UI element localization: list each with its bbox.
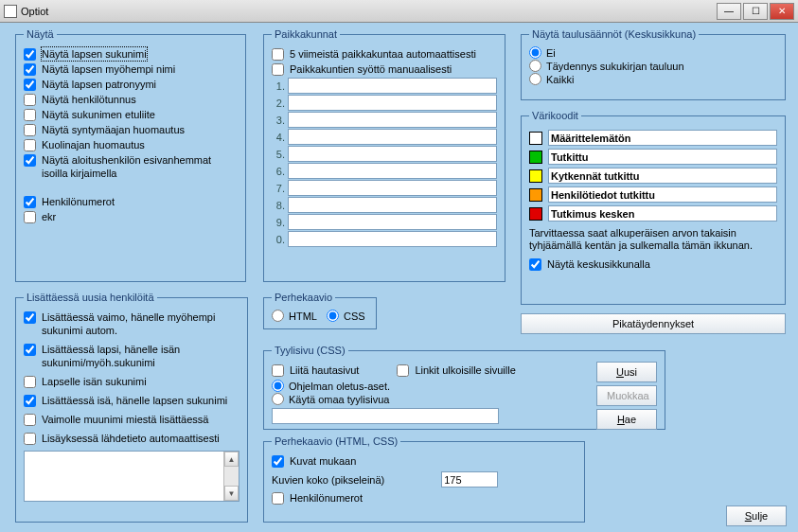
linkit-checkbox[interactable] [397,364,409,377]
varikoodi-group: Värikoodit Tarvittaessa saat alkuperäise… [521,110,786,305]
paik-num-0: 1. [272,80,285,92]
lisat-label-2: Lapselle isän sukunimi [42,375,147,388]
paik-num-2: 3. [272,115,285,126]
nayta-checkbox-5[interactable] [24,124,36,136]
minimize-button[interactable]: — [717,3,741,20]
paik-input-7[interactable] [288,197,497,213]
perhe-legend: Perhekaavio [272,292,335,303]
lisat-checkbox-1[interactable] [24,344,36,356]
paik-input-2[interactable] [288,112,497,128]
nayta-extra-label-0: Henkilönumerot [42,195,115,208]
nayta-checkbox-6[interactable] [24,139,36,151]
color-swatch-2[interactable] [529,169,542,183]
paik-input-5[interactable] [288,163,497,179]
taulu-radio-2[interactable] [529,73,541,85]
scrollbar[interactable]: ▲ ▼ [223,452,239,501]
nayta-group: Näytä Näytä lapsen sukunimiNäytä lapsen … [15,28,246,282]
color-label-input-0[interactable] [548,130,777,146]
nayta-checkbox-3[interactable] [24,94,36,106]
color-swatch-4[interactable] [529,207,542,221]
lisat-checkbox-3[interactable] [24,395,36,407]
perhe-radio-1[interactable] [327,310,339,322]
koko-label: Kuvien koko (pikseleinä) [272,474,384,486]
paik-input-9[interactable] [288,231,497,247]
lisat-listbox[interactable]: ▲ ▼ [24,451,239,502]
lisat-label-1: Lisättäessä lapsi, hänelle isän sukunimi… [42,343,239,369]
liita-checkbox[interactable] [272,364,284,377]
perhe-radio-0[interactable] [272,310,284,322]
taulu-legend: Näytä taulusäännöt (Keskusikkuna) [529,28,699,40]
paik-top-checkbox-0[interactable] [272,48,284,61]
nayta-checkbox-1[interactable] [24,63,36,76]
paik-num-6: 7. [272,183,285,194]
henk-checkbox[interactable] [272,492,284,505]
taulu-group: Näytä taulusäännöt (Keskusikkuna) EiTäyd… [521,28,786,100]
kuvat-label: Kuvat mukaan [290,454,356,468]
color-label-input-2[interactable] [548,168,777,184]
scroll-down-icon[interactable]: ▼ [224,486,239,501]
titlebar: Optiot — ☐ ✕ [0,0,798,23]
taulu-opt-label-2: Kaikki [546,74,574,85]
sulje-button[interactable]: Sulje [726,505,787,526]
nayta-label-6: Kuolinajan huomautus [42,138,145,151]
paik-input-1[interactable] [288,95,497,111]
color-swatch-1[interactable] [529,151,542,164]
taulu-radio-1[interactable] [529,60,541,72]
color-label-input-1[interactable] [548,149,777,165]
paik-input-4[interactable] [288,146,497,162]
tyyli-legend: Tyylisivu (CSS) [272,345,348,356]
pika-button[interactable]: Pikatäydennykset [521,313,786,334]
perhe-opt-label-1: CSS [344,310,365,322]
tyyli-radio-1[interactable] [272,393,284,405]
nayta-checkbox-7[interactable] [24,154,36,167]
lisat-checkbox-0[interactable] [24,311,36,324]
tyyli-radio-0[interactable] [272,380,284,392]
close-button[interactable]: ✕ [770,3,794,20]
color-swatch-3[interactable] [529,188,542,202]
nayta-extra-checkbox-0[interactable] [24,196,36,208]
taulu-radio-0[interactable] [529,46,541,59]
window-icon [4,5,17,18]
lisat-checkbox-4[interactable] [24,414,36,426]
paik-input-3[interactable] [288,129,497,145]
nayta-label-2: Näytä lapsen patronyymi [42,78,156,91]
paik-num-8: 9. [272,217,285,228]
paik-top-checkbox-1[interactable] [272,63,284,76]
tyyli-path-input[interactable] [272,408,499,424]
maximize-button[interactable]: ☐ [743,3,768,20]
lisat-group: Lisättäessä uusia henkilöitä Lisättäessä… [15,292,248,523]
show-center-checkbox[interactable] [529,258,541,271]
paik-top-label-0: 5 viimeistä paikkakuntaa automaattisesti [290,47,476,61]
muokkaa-button[interactable]: Muokkaa [596,385,657,406]
paik-num-7: 8. [272,200,285,211]
scroll-up-icon[interactable]: ▲ [224,452,239,467]
kuvat-checkbox[interactable] [272,455,284,468]
lisat-checkbox-5[interactable] [24,433,36,445]
tyyli-group: Tyylisivu (CSS) Liitä hautasivut Linkit … [263,345,665,430]
paik-input-0[interactable] [288,78,497,94]
paikkakunnat-group: Paikkakunnat 5 viimeistä paikkakuntaa au… [263,28,505,282]
lisat-checkbox-2[interactable] [24,376,36,388]
show-center-label: Näytä keskusikkunalla [547,257,650,271]
color-label-input-4[interactable] [548,205,777,222]
uusi-button[interactable]: Uusi [596,362,657,382]
paik-num-3: 4. [272,132,285,143]
nayta-checkbox-4[interactable] [24,109,36,121]
nayta-label-3: Näytä henkilötunnus [42,93,136,106]
lisat-label-3: Lisättäessä isä, hänelle lapsen sukunimi [42,394,227,407]
koko-input[interactable] [441,471,498,488]
nayta-checkbox-2[interactable] [24,79,36,91]
perhe2-group: Perhekaavio (HTML, CSS) Kuvat mukaan Kuv… [263,435,585,523]
paik-input-6[interactable] [288,180,497,196]
varikoodi-legend: Värikoodit [529,110,581,121]
color-swatch-0[interactable] [529,132,542,145]
nayta-checkbox-0[interactable] [24,48,36,61]
color-label-input-3[interactable] [548,186,777,203]
paik-input-8[interactable] [288,214,497,230]
nayta-label-5: Näytä syntymäajan huomautus [42,123,185,136]
nayta-extra-checkbox-1[interactable] [24,211,36,223]
henk-label: Henkilönumerot [290,491,363,505]
hae-button[interactable]: Hae [596,409,657,430]
tyyli-opt-label-0: Ohjelman oletus-aset. [289,381,390,392]
paik-num-1: 2. [272,98,285,109]
